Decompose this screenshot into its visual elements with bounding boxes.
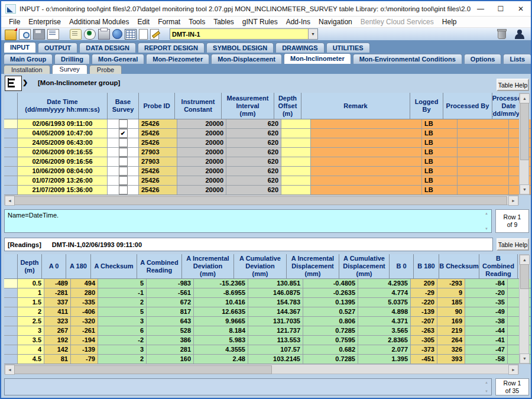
menu-enterprise[interactable]: Enterprise xyxy=(24,17,65,27)
cell-logged[interactable]: LB xyxy=(422,129,458,138)
tab-symbol-design[interactable]: SYMBOL DESIGN xyxy=(206,43,274,53)
edit-doc-icon[interactable] xyxy=(150,29,159,40)
menu-file[interactable]: File xyxy=(5,17,24,27)
cell-probe[interactable]: 25426 xyxy=(139,176,177,186)
tab-mon-displacement[interactable]: Mon-Displacement xyxy=(211,54,282,64)
cell-procby[interactable] xyxy=(458,157,509,167)
cell-a180[interactable]: -261 xyxy=(71,326,98,336)
cell-acomb[interactable]: 672 xyxy=(147,298,194,307)
cell-a180[interactable]: -320 xyxy=(71,317,98,326)
cell-acomb[interactable]: -561 xyxy=(147,288,194,298)
row-selector[interactable] xyxy=(4,138,18,148)
cell-aincdev[interactable]: 9.9665 xyxy=(194,317,248,326)
cell-acumdev[interactable]: 113.553 xyxy=(248,336,303,345)
cell-aincdev[interactable]: 4.3555 xyxy=(194,345,248,355)
cell-b0[interactable]: -373 xyxy=(411,345,437,355)
row-selector[interactable] xyxy=(4,317,18,326)
cell-aincdisp[interactable]: 0.806 xyxy=(303,317,358,326)
cell-logged[interactable]: LB xyxy=(422,157,458,167)
cell-acumdev[interactable]: 121.737 xyxy=(248,326,303,336)
cell-b0[interactable]: -220 xyxy=(411,298,437,307)
menu-navigation[interactable]: Navigation xyxy=(314,17,356,27)
cell-aincdisp[interactable]: 0.527 xyxy=(303,307,358,317)
scroll-down-icon[interactable]: ▼ xyxy=(520,353,530,364)
cell-acomb[interactable]: 386 xyxy=(147,336,194,345)
cell-acumdisp[interactable]: 2.077 xyxy=(358,345,411,355)
cell-interval[interactable]: 620 xyxy=(226,157,281,167)
cell-depth[interactable]: 2.5 xyxy=(18,317,44,326)
chevron-down-icon[interactable]: ▼ xyxy=(308,29,317,39)
table-help-button-bottom[interactable]: Table Help xyxy=(497,238,529,251)
status-scroll-arrows[interactable]: ▲▼ xyxy=(484,212,489,231)
row-selector[interactable] xyxy=(4,148,18,157)
cell-bchk[interactable]: -41 xyxy=(465,336,508,345)
cell-interval[interactable]: 620 xyxy=(226,148,281,157)
open-folder-icon[interactable] xyxy=(5,30,17,40)
cell-depth[interactable]: 4.5 xyxy=(18,355,44,364)
scroll-down-icon[interactable]: ▼ xyxy=(485,227,488,231)
cell-a0[interactable]: 192 xyxy=(44,336,71,345)
trash-icon[interactable] xyxy=(498,30,506,39)
group-tree-icon[interactable] xyxy=(5,76,22,91)
properties-icon[interactable] xyxy=(47,29,59,40)
cell-remark[interactable] xyxy=(311,129,422,138)
table-help-button-top[interactable]: Table Help xyxy=(497,79,529,91)
cell-b0[interactable]: -451 xyxy=(411,355,437,364)
cell-aincdisp[interactable]: -0.2635 xyxy=(303,288,358,298)
cell-depth[interactable]: 1 xyxy=(18,288,44,298)
print-icon[interactable] xyxy=(98,29,110,40)
cell-logged[interactable]: LB xyxy=(422,119,458,129)
cell-aincdev[interactable]: -15.2365 xyxy=(194,279,248,288)
cell-achk[interactable]: 6 xyxy=(98,326,147,336)
survey-vscrollbar[interactable]: ▲ ▼ xyxy=(519,93,529,195)
cell-acumdisp[interactable]: 4.774 xyxy=(358,288,411,298)
base-survey-checkbox[interactable] xyxy=(119,138,128,147)
cell-probe[interactable]: 25426 xyxy=(139,138,177,148)
row-selector[interactable] xyxy=(4,129,18,138)
tab-output[interactable]: OUTPUT xyxy=(38,43,77,53)
cell-acumdisp[interactable]: 4.2935 xyxy=(358,279,411,288)
cell-b180[interactable]: 9 xyxy=(437,288,465,298)
cell-b180[interactable]: 393 xyxy=(437,355,465,364)
survey-vscroll-thumb[interactable] xyxy=(520,103,529,160)
cell-base[interactable] xyxy=(108,167,139,176)
cell-acumdisp[interactable]: 5.0375 xyxy=(358,298,411,307)
row-selector[interactable] xyxy=(4,326,18,336)
row-selector[interactable] xyxy=(4,157,18,167)
cell-b180[interactable]: 326 xyxy=(437,345,465,355)
cell-procby[interactable] xyxy=(458,138,509,148)
cell-offset[interactable] xyxy=(281,157,311,167)
cell-a0[interactable]: 142 xyxy=(44,345,71,355)
cell-procby[interactable] xyxy=(458,167,509,176)
cell-acumdev[interactable]: 131.7035 xyxy=(248,317,303,326)
cell-depth[interactable]: 3 xyxy=(18,326,44,336)
scroll-right-icon[interactable]: ► xyxy=(508,196,518,206)
cell-interval[interactable]: 620 xyxy=(226,167,281,176)
cell-acumdisp[interactable]: 3.565 xyxy=(358,326,411,336)
survey-hscrollbar[interactable]: ◄ ► xyxy=(4,195,519,205)
cell-aincdev[interactable]: -8.6955 xyxy=(194,288,248,298)
cell-acumdev[interactable]: 144.367 xyxy=(248,307,303,317)
cell-a0[interactable]: 267 xyxy=(44,326,71,336)
cell-b180[interactable]: 185 xyxy=(437,298,465,307)
base-survey-checkbox[interactable] xyxy=(119,157,128,166)
cell-achk[interactable]: 5 xyxy=(98,279,147,288)
row-selector[interactable] xyxy=(4,279,18,288)
hole-id-combobox[interactable]: DMT-IN-1 ▼ xyxy=(170,28,318,40)
cell-constant[interactable]: 20000 xyxy=(177,129,226,138)
scroll-left-icon[interactable]: ◄ xyxy=(5,365,15,375)
cell-a0[interactable]: 323 xyxy=(44,317,71,326)
cell-logged[interactable]: LB xyxy=(422,176,458,186)
tab-mon-piezometer[interactable]: Mon-Piezometer xyxy=(146,54,209,64)
menu-bentley-cloud-services[interactable]: Bentley Cloud Services xyxy=(356,17,438,27)
cell-b0[interactable]: 209 xyxy=(411,279,437,288)
cell-procby[interactable] xyxy=(458,148,509,157)
tab-mon-environmental-conditions[interactable]: Mon-Environmental Conditions xyxy=(353,54,462,64)
survey-hscroll-thumb[interactable] xyxy=(14,196,507,205)
cell-aincdev[interactable]: 12.6635 xyxy=(194,307,248,317)
cell-aincdisp[interactable]: 0.7285 xyxy=(303,355,358,364)
cell-offset[interactable] xyxy=(281,138,311,148)
cell-a180[interactable]: 280 xyxy=(71,288,98,298)
cell-achk[interactable]: -1 xyxy=(98,288,147,298)
cell-remark[interactable] xyxy=(311,119,422,129)
